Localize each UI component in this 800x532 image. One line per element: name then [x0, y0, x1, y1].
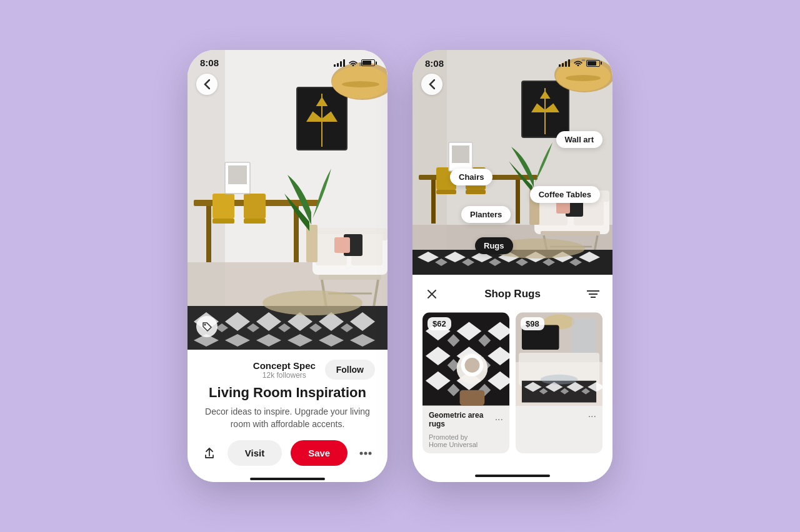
product-1-info: Geometric area rugs ··· — [422, 406, 509, 433]
author-followers: 12k followers — [244, 371, 325, 380]
product-2-info: ··· — [516, 406, 602, 427]
left-phone: 8:08 — [188, 50, 388, 482]
shop-title: Shop Rugs — [484, 288, 541, 300]
svg-point-51 — [262, 290, 362, 315]
shop-header: Shop Rugs — [422, 285, 602, 303]
svg-rect-27 — [334, 237, 350, 253]
author-info: Concept Spec 12k followers — [244, 360, 325, 380]
home-bar-right — [475, 475, 550, 477]
svg-point-125 — [465, 358, 480, 373]
time-left: 8:08 — [200, 57, 219, 68]
room-image-left — [188, 50, 388, 350]
svg-rect-73 — [452, 145, 469, 163]
svg-rect-7 — [212, 194, 234, 219]
products-row: $62 Geometric area rugs ··· Promoted by … — [422, 312, 602, 453]
svg-point-54 — [364, 451, 368, 455]
product-1-promo: Promoted by Home Universal — [422, 433, 509, 453]
right-phone: 8:08 — [412, 50, 612, 482]
back-button-right[interactable] — [421, 74, 442, 95]
more-button[interactable] — [356, 441, 375, 465]
svg-point-52 — [204, 324, 206, 326]
product-1-more[interactable]: ··· — [495, 414, 503, 425]
author-name: Concept Spec — [244, 360, 325, 371]
product-image-2: $98 — [516, 312, 602, 406]
svg-rect-85 — [541, 231, 600, 235]
rugs-tag[interactable]: Rugs — [475, 237, 513, 254]
phone-info: Concept Spec 12k followers Follow Living… — [188, 350, 388, 476]
status-icons-left — [334, 59, 375, 67]
svg-rect-141 — [571, 318, 596, 353]
svg-point-139 — [541, 375, 578, 385]
share-button[interactable] — [200, 441, 219, 465]
pin-description: Decor ideas to inspire. Upgrade your liv… — [200, 406, 375, 430]
back-button-left[interactable] — [196, 74, 218, 95]
follow-button[interactable]: Follow — [325, 360, 375, 380]
svg-rect-66 — [466, 190, 486, 194]
product-card-1[interactable]: $62 Geometric area rugs ··· Promoted by … — [422, 312, 509, 453]
product-image-1: $62 — [422, 312, 509, 406]
svg-point-21 — [342, 81, 379, 87]
svg-rect-28 — [306, 225, 318, 262]
tag-button[interactable] — [196, 316, 218, 337]
status-icons-right — [559, 57, 600, 69]
svg-rect-17 — [228, 165, 247, 184]
home-indicator — [188, 476, 388, 482]
status-bar-left: 8:08 — [188, 50, 388, 72]
svg-rect-126 — [460, 390, 485, 406]
room-image-right: Wall art Chairs Coffee Tables Planters R… — [412, 50, 612, 275]
svg-rect-29 — [319, 275, 381, 280]
svg-rect-10 — [244, 219, 266, 224]
chairs-tag[interactable]: Chairs — [450, 169, 492, 185]
svg-rect-62 — [516, 180, 520, 224]
svg-rect-130 — [519, 353, 599, 362]
shop-close-button[interactable] — [422, 285, 441, 303]
wifi-icon-right — [573, 57, 583, 69]
product-1-name: Geometric area rugs — [429, 411, 495, 428]
home-bar — [250, 478, 325, 480]
svg-rect-8 — [212, 219, 234, 224]
action-bar: Visit Save — [200, 440, 375, 466]
wall-art-tag[interactable]: Wall art — [556, 131, 602, 148]
signal-icon — [334, 59, 345, 67]
wifi-icon — [348, 59, 358, 67]
time-right: 8:08 — [425, 58, 444, 69]
product-card-2[interactable]: $98 ··· — [516, 312, 602, 453]
svg-rect-9 — [244, 194, 266, 219]
svg-point-53 — [360, 451, 363, 455]
product-1-price: $62 — [428, 317, 451, 330]
shop-filter-button[interactable] — [584, 285, 602, 303]
pin-title: Living Room Inspiration — [200, 385, 375, 401]
svg-point-55 — [369, 451, 372, 455]
shop-panel: Shop Rugs — [412, 275, 612, 470]
signal-icon-right — [559, 59, 570, 67]
planters-tag[interactable]: Planters — [461, 206, 511, 223]
phones-container: 8:08 — [188, 50, 612, 482]
visit-button[interactable]: Visit — [228, 440, 282, 466]
svg-rect-61 — [431, 180, 436, 224]
battery-icon — [361, 59, 375, 66]
svg-rect-64 — [436, 190, 456, 194]
status-bar-right: 8:08 — [412, 50, 612, 72]
author-row: Concept Spec 12k followers Follow — [200, 360, 375, 380]
svg-rect-5 — [206, 206, 211, 262]
svg-point-77 — [566, 75, 601, 81]
home-indicator-right — [412, 470, 612, 482]
save-button[interactable]: Save — [291, 440, 348, 466]
product-2-price: $98 — [521, 317, 544, 330]
coffee-tables-tag[interactable]: Coffee Tables — [530, 186, 600, 203]
battery-icon-right — [586, 60, 600, 67]
product-2-more[interactable]: ··· — [588, 411, 596, 422]
